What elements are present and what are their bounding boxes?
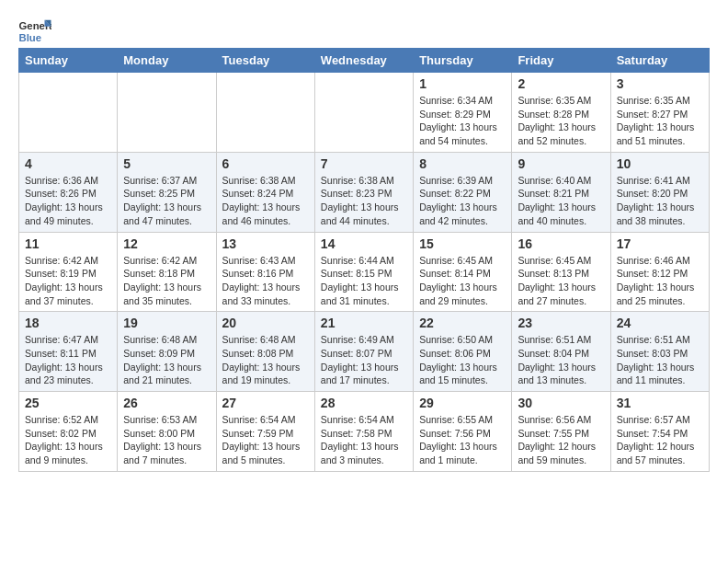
calendar-cell: 22Sunrise: 6:50 AM Sunset: 8:06 PM Dayli… — [414, 312, 512, 392]
calendar-week-3: 11Sunrise: 6:42 AM Sunset: 8:19 PM Dayli… — [19, 232, 710, 312]
day-info: Sunrise: 6:34 AM Sunset: 8:29 PM Dayligh… — [419, 94, 506, 148]
day-number: 25 — [25, 396, 111, 410]
calendar-cell: 21Sunrise: 6:49 AM Sunset: 8:07 PM Dayli… — [314, 312, 413, 392]
day-number: 27 — [222, 396, 309, 410]
calendar-cell: 23Sunrise: 6:51 AM Sunset: 8:04 PM Dayli… — [512, 312, 610, 392]
day-info: Sunrise: 6:40 AM Sunset: 8:21 PM Dayligh… — [518, 174, 604, 228]
day-number: 20 — [222, 316, 309, 330]
day-info: Sunrise: 6:41 AM Sunset: 8:20 PM Dayligh… — [617, 174, 703, 228]
weekday-header-row: SundayMondayTuesdayWednesdayThursdayFrid… — [19, 49, 710, 73]
day-number: 16 — [518, 236, 604, 251]
calendar-cell: 13Sunrise: 6:43 AM Sunset: 8:16 PM Dayli… — [216, 232, 314, 312]
day-info: Sunrise: 6:53 AM Sunset: 8:00 PM Dayligh… — [123, 413, 210, 467]
day-number: 24 — [617, 316, 703, 330]
day-number: 9 — [518, 156, 604, 171]
day-info: Sunrise: 6:51 AM Sunset: 8:04 PM Dayligh… — [518, 333, 604, 387]
day-info: Sunrise: 6:42 AM Sunset: 8:18 PM Dayligh… — [123, 254, 210, 308]
calendar-cell: 17Sunrise: 6:46 AM Sunset: 8:12 PM Dayli… — [610, 232, 709, 312]
calendar-cell: 7Sunrise: 6:38 AM Sunset: 8:23 PM Daylig… — [314, 152, 413, 232]
day-number: 3 — [617, 76, 703, 91]
calendar-cell: 10Sunrise: 6:41 AM Sunset: 8:20 PM Dayli… — [610, 152, 709, 232]
day-number: 17 — [617, 236, 703, 251]
day-number: 21 — [321, 316, 407, 330]
calendar-cell: 25Sunrise: 6:52 AM Sunset: 8:02 PM Dayli… — [19, 392, 118, 472]
day-info: Sunrise: 6:42 AM Sunset: 8:19 PM Dayligh… — [25, 254, 111, 308]
calendar-cell: 8Sunrise: 6:39 AM Sunset: 8:22 PM Daylig… — [414, 152, 512, 232]
day-number: 23 — [518, 316, 604, 330]
calendar-cell: 1Sunrise: 6:34 AM Sunset: 8:29 PM Daylig… — [414, 73, 512, 153]
day-number: 18 — [25, 316, 111, 330]
day-number: 1 — [419, 76, 506, 91]
day-number: 31 — [617, 396, 703, 410]
day-number: 11 — [25, 236, 111, 251]
day-info: Sunrise: 6:38 AM Sunset: 8:24 PM Dayligh… — [222, 174, 309, 228]
day-number: 5 — [123, 156, 210, 171]
day-info: Sunrise: 6:57 AM Sunset: 7:54 PM Dayligh… — [617, 413, 703, 467]
calendar-cell: 24Sunrise: 6:51 AM Sunset: 8:03 PM Dayli… — [610, 312, 709, 392]
weekday-header-tuesday: Tuesday — [216, 49, 314, 73]
day-info: Sunrise: 6:36 AM Sunset: 8:26 PM Dayligh… — [25, 174, 111, 228]
day-number: 13 — [222, 236, 309, 251]
day-number: 12 — [123, 236, 210, 251]
calendar-week-5: 25Sunrise: 6:52 AM Sunset: 8:02 PM Dayli… — [19, 392, 710, 472]
day-number: 10 — [617, 156, 703, 171]
day-info: Sunrise: 6:49 AM Sunset: 8:07 PM Dayligh… — [321, 333, 407, 387]
calendar-cell: 28Sunrise: 6:54 AM Sunset: 7:58 PM Dayli… — [314, 392, 413, 472]
day-number: 8 — [419, 156, 506, 171]
weekday-header-monday: Monday — [118, 49, 216, 73]
calendar-cell: 3Sunrise: 6:35 AM Sunset: 8:27 PM Daylig… — [610, 73, 709, 153]
weekday-header-friday: Friday — [512, 49, 610, 73]
weekday-header-saturday: Saturday — [610, 49, 709, 73]
day-info: Sunrise: 6:44 AM Sunset: 8:15 PM Dayligh… — [321, 254, 407, 308]
day-number: 15 — [419, 236, 506, 251]
calendar-week-2: 4Sunrise: 6:36 AM Sunset: 8:26 PM Daylig… — [19, 152, 710, 232]
day-info: Sunrise: 6:47 AM Sunset: 8:11 PM Dayligh… — [25, 333, 111, 387]
calendar-cell: 6Sunrise: 6:38 AM Sunset: 8:24 PM Daylig… — [216, 152, 314, 232]
calendar-cell: 15Sunrise: 6:45 AM Sunset: 8:14 PM Dayli… — [414, 232, 512, 312]
calendar-cell: 9Sunrise: 6:40 AM Sunset: 8:21 PM Daylig… — [512, 152, 610, 232]
calendar-cell: 16Sunrise: 6:45 AM Sunset: 8:13 PM Dayli… — [512, 232, 610, 312]
calendar-cell: 30Sunrise: 6:56 AM Sunset: 7:55 PM Dayli… — [512, 392, 610, 472]
day-info: Sunrise: 6:54 AM Sunset: 7:59 PM Dayligh… — [222, 413, 309, 467]
day-info: Sunrise: 6:39 AM Sunset: 8:22 PM Dayligh… — [419, 174, 506, 228]
header: General Blue — [18, 18, 710, 44]
day-info: Sunrise: 6:50 AM Sunset: 8:06 PM Dayligh… — [419, 333, 506, 387]
day-number: 30 — [518, 396, 604, 410]
day-info: Sunrise: 6:46 AM Sunset: 8:12 PM Dayligh… — [617, 254, 703, 308]
calendar-cell: 19Sunrise: 6:48 AM Sunset: 8:09 PM Dayli… — [118, 312, 216, 392]
day-info: Sunrise: 6:45 AM Sunset: 8:14 PM Dayligh… — [419, 254, 506, 308]
day-info: Sunrise: 6:35 AM Sunset: 8:27 PM Dayligh… — [617, 94, 703, 148]
day-info: Sunrise: 6:55 AM Sunset: 7:56 PM Dayligh… — [419, 413, 506, 467]
calendar-week-4: 18Sunrise: 6:47 AM Sunset: 8:11 PM Dayli… — [19, 312, 710, 392]
calendar-cell: 20Sunrise: 6:48 AM Sunset: 8:08 PM Dayli… — [216, 312, 314, 392]
calendar-cell: 12Sunrise: 6:42 AM Sunset: 8:18 PM Dayli… — [118, 232, 216, 312]
day-number: 28 — [321, 396, 407, 410]
calendar-cell: 26Sunrise: 6:53 AM Sunset: 8:00 PM Dayli… — [118, 392, 216, 472]
svg-text:Blue: Blue — [19, 32, 42, 43]
day-info: Sunrise: 6:45 AM Sunset: 8:13 PM Dayligh… — [518, 254, 604, 308]
weekday-header-sunday: Sunday — [19, 49, 118, 73]
day-number: 2 — [518, 76, 604, 91]
calendar-week-1: 1Sunrise: 6:34 AM Sunset: 8:29 PM Daylig… — [19, 73, 710, 153]
day-info: Sunrise: 6:52 AM Sunset: 8:02 PM Dayligh… — [25, 413, 111, 467]
calendar-cell: 5Sunrise: 6:37 AM Sunset: 8:25 PM Daylig… — [118, 152, 216, 232]
day-info: Sunrise: 6:35 AM Sunset: 8:28 PM Dayligh… — [518, 94, 604, 148]
day-info: Sunrise: 6:43 AM Sunset: 8:16 PM Dayligh… — [222, 254, 309, 308]
day-info: Sunrise: 6:48 AM Sunset: 8:09 PM Dayligh… — [123, 333, 210, 387]
logo-icon: General Blue — [18, 18, 51, 44]
day-number: 14 — [321, 236, 407, 251]
weekday-header-wednesday: Wednesday — [314, 49, 413, 73]
day-number: 6 — [222, 156, 309, 171]
day-info: Sunrise: 6:37 AM Sunset: 8:25 PM Dayligh… — [123, 174, 210, 228]
day-info: Sunrise: 6:51 AM Sunset: 8:03 PM Dayligh… — [617, 333, 703, 387]
calendar-cell: 11Sunrise: 6:42 AM Sunset: 8:19 PM Dayli… — [19, 232, 118, 312]
calendar-cell: 18Sunrise: 6:47 AM Sunset: 8:11 PM Dayli… — [19, 312, 118, 392]
day-number: 29 — [419, 396, 506, 410]
calendar-cell: 27Sunrise: 6:54 AM Sunset: 7:59 PM Dayli… — [216, 392, 314, 472]
day-number: 19 — [123, 316, 210, 330]
day-info: Sunrise: 6:56 AM Sunset: 7:55 PM Dayligh… — [518, 413, 604, 467]
calendar-cell: 14Sunrise: 6:44 AM Sunset: 8:15 PM Dayli… — [314, 232, 413, 312]
calendar-cell — [314, 73, 413, 153]
calendar-cell: 4Sunrise: 6:36 AM Sunset: 8:26 PM Daylig… — [19, 152, 118, 232]
calendar-cell: 2Sunrise: 6:35 AM Sunset: 8:28 PM Daylig… — [512, 73, 610, 153]
